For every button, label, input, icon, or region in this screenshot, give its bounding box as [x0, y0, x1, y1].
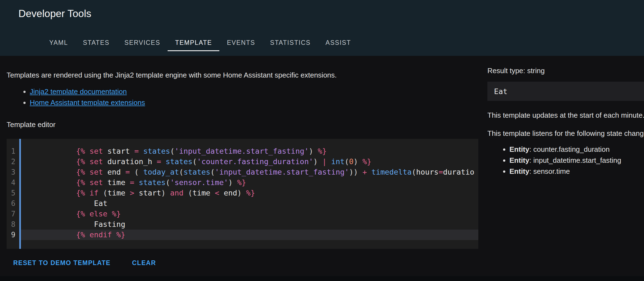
code-token-str: 'input_datetime.start_fasting'	[215, 168, 349, 176]
line-number: 9	[7, 230, 19, 240]
code-token-ws	[31, 220, 94, 228]
code-token-op: =	[134, 147, 143, 155]
code-token-kw: %}	[358, 157, 372, 166]
code-token-op: =	[438, 168, 443, 176]
page-title: Developer Tools	[18, 8, 644, 20]
code-token-str: 'input_datetime.start_fasting'	[174, 147, 309, 155]
code-token-p: (	[210, 168, 215, 176]
code-token-var: end	[107, 168, 125, 176]
code-token-str: 'counter.fasting_duration'	[197, 157, 313, 166]
entity-label: Entity	[509, 145, 529, 153]
clear-button[interactable]: CLEAR	[128, 257, 160, 269]
code-token-p: ))	[349, 168, 358, 176]
code-token-op: >	[130, 189, 139, 197]
code-token-p: (	[166, 178, 170, 187]
code-token-op: =	[125, 168, 134, 176]
code-token-ws	[31, 189, 76, 197]
code-token-var: duration_h	[107, 157, 157, 166]
code-token-kw: %}	[313, 147, 327, 155]
code-token-fn: states	[143, 147, 170, 155]
code-token-num: 0	[349, 157, 353, 166]
line-number: 4	[7, 177, 19, 188]
code-token-p: (	[134, 168, 143, 176]
tab-yaml[interactable]: YAML	[42, 34, 75, 51]
template-result-value: Eat	[494, 87, 507, 96]
code-line[interactable]: {% set start = states('input_datetime.st…	[31, 146, 478, 156]
tab-statistics[interactable]: STATISTICS	[263, 34, 318, 51]
editor-actions: RESET TO DEMO TEMPLATE CLEAR	[7, 257, 481, 269]
code-token-op: <	[215, 189, 224, 197]
code-token-kw: {% set	[76, 178, 108, 187]
code-token-kw: {% set	[76, 157, 108, 166]
entity-list: Entity: counter.fasting_durationEntity: …	[487, 144, 644, 177]
line-number: 8	[7, 219, 19, 230]
line-number: 7	[7, 209, 19, 219]
code-token-str: 'sensor.time'	[170, 178, 228, 187]
code-token-op: =	[130, 178, 139, 187]
code-token-fn: timedelta	[372, 168, 412, 176]
code-token-kw: {% endif %}	[76, 230, 125, 239]
code-line[interactable]: {% endif %}	[21, 230, 478, 240]
code-line[interactable]: Fasting	[31, 219, 478, 230]
code-token-p: (	[412, 168, 416, 176]
code-token-kw: {% set	[76, 168, 108, 176]
code-line[interactable]: {% else %}	[31, 209, 478, 219]
bottom-strip	[0, 276, 644, 281]
doc-link[interactable]: Jinja2 template documentation	[30, 87, 127, 96]
code-token-var: hours	[416, 168, 438, 176]
tab-services[interactable]: SERVICES	[117, 34, 168, 51]
code-token-p: )	[237, 189, 246, 197]
doc-link[interactable]: Home Assistant template extensions	[30, 98, 145, 107]
code-line[interactable]: {% if (time > start) and (time < end) %}	[31, 188, 478, 198]
intro-text: Templates are rendered using the Jinja2 …	[7, 71, 481, 79]
code-token-fn: states	[184, 168, 211, 176]
code-token-ws	[31, 178, 76, 187]
code-line[interactable]: {% set end = ( today_at(states('input_da…	[31, 167, 478, 177]
code-token-p: (	[103, 189, 107, 197]
code-token-op: +	[358, 168, 372, 176]
tab-template[interactable]: TEMPLATE	[168, 34, 219, 51]
code-token-p: )	[228, 178, 233, 187]
code-token-fn: states	[166, 157, 193, 166]
code-token-p: (	[345, 157, 349, 166]
tab-events[interactable]: EVENTS	[219, 34, 263, 51]
tab-bar: YAMLSTATESSERVICESTEMPLATEEVENTSSTATISTI…	[0, 34, 644, 51]
code-token-var: time	[107, 178, 130, 187]
code-token-kw: {% else %}	[76, 210, 121, 218]
tab-assist[interactable]: ASSIST	[318, 34, 359, 51]
editor-code-area[interactable]: {% set start = states('input_datetime.st…	[21, 139, 478, 249]
code-token-txt: Fasting	[94, 220, 125, 228]
code-token-op: =	[157, 157, 166, 166]
code-token-ws	[31, 199, 94, 208]
entity-label: Entity	[509, 167, 529, 175]
code-token-var: end	[224, 189, 237, 197]
code-token-ws	[31, 147, 76, 155]
code-line[interactable]: Eat	[31, 198, 478, 209]
tab-states[interactable]: STATES	[75, 34, 117, 51]
code-line[interactable]: {% set duration_h = states('counter.fast…	[31, 156, 478, 167]
code-token-ws	[31, 210, 76, 218]
update-note: This template updates at the start of ea…	[487, 111, 644, 120]
code-line[interactable]: {% set time = states('sensor.time') %}	[31, 177, 478, 188]
code-token-var: start	[139, 189, 161, 197]
developer-tools-page: Developer Tools YAMLSTATESSERVICESTEMPLA…	[0, 0, 644, 269]
template-editor-panel: Templates are rendered using the Jinja2 …	[0, 56, 481, 269]
line-number: 1	[7, 146, 19, 156]
reset-demo-template-button[interactable]: RESET TO DEMO TEMPLATE	[9, 257, 115, 269]
template-result: Eat	[487, 82, 644, 101]
line-number: 6	[7, 198, 19, 209]
doc-links-list: Jinja2 template documentationHome Assist…	[7, 86, 481, 108]
code-token-op: |	[318, 157, 331, 166]
code-token-var: time	[192, 189, 215, 197]
result-panel: Result type: string Eat This template up…	[481, 56, 644, 177]
main-content: Templates are rendered using the Jinja2 …	[0, 56, 644, 269]
code-token-ws	[31, 157, 76, 166]
code-token-fn: int	[331, 157, 345, 166]
code-token-p: (	[192, 157, 197, 166]
entity-list-item: Entity: sensor.time	[509, 166, 644, 177]
app-header: Developer Tools YAMLSTATESSERVICESTEMPLA…	[0, 0, 644, 56]
code-token-var: start	[107, 147, 134, 155]
code-token-ws	[31, 168, 76, 176]
code-token-var: duratio	[443, 168, 474, 176]
template-code-editor[interactable]: 123456789 {% set start = states('input_d…	[7, 139, 478, 249]
